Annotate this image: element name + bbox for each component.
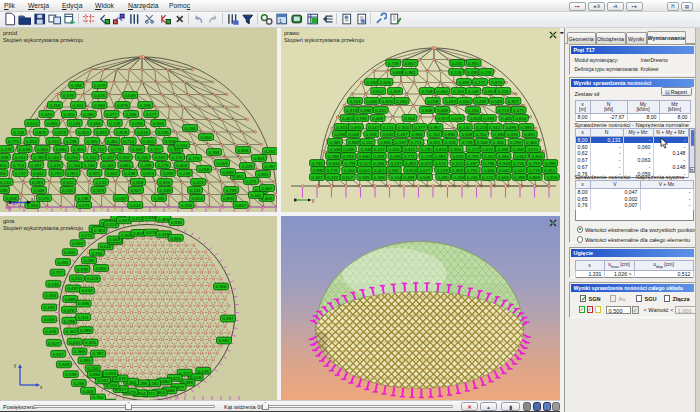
svg-text:Stopień wykorzystania przekroj: Stopień wykorzystania przekroju xyxy=(3,224,83,230)
svg-text:0,920: 0,920 xyxy=(96,265,108,270)
svg-text:0,846: 0,846 xyxy=(37,147,49,152)
svg-text:0,753: 0,753 xyxy=(13,163,25,168)
svg-text:0,492: 0,492 xyxy=(405,161,417,166)
svg-text:0,184: 0,184 xyxy=(71,83,83,88)
svg-text:0,914: 0,914 xyxy=(192,196,204,201)
svg-text:0,129: 0,129 xyxy=(109,121,121,126)
svg-text:0,626: 0,626 xyxy=(94,93,106,98)
svg-text:0,806: 0,806 xyxy=(238,148,250,153)
svg-text:0,592: 0,592 xyxy=(219,338,231,343)
svg-text:0,828: 0,828 xyxy=(116,130,128,135)
svg-text:0,299: 0,299 xyxy=(510,140,522,145)
svg-text:0,951: 0,951 xyxy=(468,61,480,66)
svg-text:0,438: 0,438 xyxy=(124,171,136,176)
svg-text:0,461: 0,461 xyxy=(342,116,354,121)
svg-text:0,408: 0,408 xyxy=(176,163,188,168)
svg-text:0,732: 0,732 xyxy=(311,161,323,166)
svg-text:0,380: 0,380 xyxy=(493,132,505,137)
svg-text:0,688: 0,688 xyxy=(392,70,404,75)
svg-text:0,626: 0,626 xyxy=(41,112,53,117)
svg-text:0,527: 0,527 xyxy=(514,168,526,173)
svg-text:0,547: 0,547 xyxy=(484,154,496,159)
svg-text:0,394: 0,394 xyxy=(209,150,221,155)
svg-text:0,705: 0,705 xyxy=(513,161,525,166)
svg-text:0,155: 0,155 xyxy=(62,188,74,193)
svg-text:0,142: 0,142 xyxy=(0,180,12,185)
svg-text:0,266: 0,266 xyxy=(343,168,355,173)
svg-text:0,369: 0,369 xyxy=(74,349,86,354)
svg-text:0,378: 0,378 xyxy=(1,147,13,152)
svg-text:0,049: 0,049 xyxy=(467,89,479,94)
svg-text:0,927: 0,927 xyxy=(437,116,449,121)
svg-text:0,736: 0,736 xyxy=(77,196,89,201)
svg-text:0,122: 0,122 xyxy=(482,175,494,180)
svg-text:0,403: 0,403 xyxy=(83,388,95,393)
svg-text:0,676: 0,676 xyxy=(146,230,158,235)
svg-text:0,286: 0,286 xyxy=(334,132,346,137)
svg-text:0,153: 0,153 xyxy=(87,366,99,371)
svg-text:0,787: 0,787 xyxy=(51,171,63,176)
svg-text:0,400: 0,400 xyxy=(78,130,90,135)
svg-text:0,094: 0,094 xyxy=(132,121,144,126)
svg-text:0,431: 0,431 xyxy=(375,108,387,113)
svg-text:0,944: 0,944 xyxy=(328,161,340,166)
svg-text:0,445: 0,445 xyxy=(64,250,76,255)
svg-text:0,549: 0,549 xyxy=(490,99,502,104)
svg-text:0,385: 0,385 xyxy=(329,140,341,145)
svg-text:0,887: 0,887 xyxy=(348,140,360,145)
svg-text:0,867: 0,867 xyxy=(262,186,274,191)
svg-text:0,857: 0,857 xyxy=(404,61,416,66)
svg-text:0,432: 0,432 xyxy=(81,288,93,293)
svg-text:0,421: 0,421 xyxy=(374,168,386,173)
svg-text:0,109: 0,109 xyxy=(436,168,448,173)
svg-text:1: 1 xyxy=(279,16,283,23)
svg-text:0,885: 0,885 xyxy=(435,154,447,159)
svg-text:0,305: 0,305 xyxy=(492,140,504,145)
svg-text:0,945: 0,945 xyxy=(358,175,370,180)
svg-text:0,491: 0,491 xyxy=(58,259,70,264)
svg-text:0,549: 0,549 xyxy=(125,93,137,98)
svg-text:0,080: 0,080 xyxy=(83,112,95,117)
svg-text:0,566: 0,566 xyxy=(498,154,510,159)
svg-text:0,554: 0,554 xyxy=(404,116,416,121)
svg-text:0,299: 0,299 xyxy=(141,163,153,168)
svg-text:0,677: 0,677 xyxy=(419,168,431,173)
svg-text:0,594: 0,594 xyxy=(94,103,106,108)
svg-text:0,787: 0,787 xyxy=(93,351,105,356)
svg-text:0,093: 0,093 xyxy=(162,171,174,176)
svg-text:0,188: 0,188 xyxy=(327,154,339,159)
svg-text:0,662: 0,662 xyxy=(33,171,45,176)
svg-text:0,803: 0,803 xyxy=(469,116,481,121)
svg-text:0,961: 0,961 xyxy=(404,70,416,75)
svg-text:0,501: 0,501 xyxy=(359,168,371,173)
svg-text:0,739: 0,739 xyxy=(344,161,356,166)
svg-text:0,166: 0,166 xyxy=(126,112,138,117)
svg-text:0,461: 0,461 xyxy=(107,139,119,144)
svg-text:0,855: 0,855 xyxy=(258,172,270,177)
svg-text:0,300: 0,300 xyxy=(398,125,410,130)
svg-text:0,235: 0,235 xyxy=(420,147,432,152)
svg-text:0,217: 0,217 xyxy=(373,147,385,152)
svg-text:0,825: 0,825 xyxy=(35,130,47,135)
svg-text:0,539: 0,539 xyxy=(65,372,77,377)
svg-text:0,468: 0,468 xyxy=(158,216,170,221)
svg-text:y: y xyxy=(312,198,315,203)
svg-text:0,869: 0,869 xyxy=(529,175,541,180)
svg-text:0,184: 0,184 xyxy=(84,163,96,168)
svg-text:0,435: 0,435 xyxy=(466,70,478,75)
svg-text:0,253: 0,253 xyxy=(67,155,79,160)
svg-text:0,346: 0,346 xyxy=(360,147,372,152)
svg-text:0,876: 0,876 xyxy=(117,103,129,108)
svg-text:0,058: 0,058 xyxy=(199,167,211,172)
svg-text:0,935: 0,935 xyxy=(171,219,183,224)
svg-text:0,166: 0,166 xyxy=(373,161,385,166)
svg-text:0,229: 0,229 xyxy=(242,164,254,169)
svg-text:0,592: 0,592 xyxy=(155,155,167,160)
svg-text:0,342: 0,342 xyxy=(489,125,501,130)
svg-text:0,837: 0,837 xyxy=(235,203,247,208)
svg-text:0,663: 0,663 xyxy=(153,121,165,126)
svg-text:0,149: 0,149 xyxy=(48,155,60,160)
svg-text:0,536: 0,536 xyxy=(158,130,170,135)
svg-text:0,243: 0,243 xyxy=(179,171,191,176)
svg-text:0,824: 0,824 xyxy=(435,147,447,152)
